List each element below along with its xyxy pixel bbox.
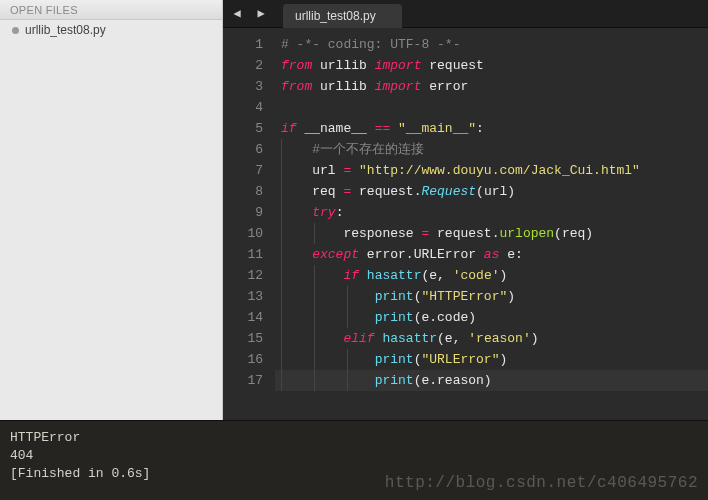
- line-number: 1: [223, 34, 275, 55]
- code-line[interactable]: [275, 97, 708, 118]
- code-line[interactable]: from urllib import request: [275, 55, 708, 76]
- line-number: 15: [223, 328, 275, 349]
- code-body[interactable]: # -*- coding: UTF-8 -*-from urllib impor…: [275, 34, 708, 420]
- console-line: HTTPError: [10, 429, 698, 447]
- code-line[interactable]: print(e.code): [275, 307, 708, 328]
- line-number: 4: [223, 97, 275, 118]
- line-number: 8: [223, 181, 275, 202]
- console-line: 404: [10, 447, 698, 465]
- line-number: 6: [223, 139, 275, 160]
- gutter: 1234567891011121314151617: [223, 34, 275, 420]
- line-number: 3: [223, 76, 275, 97]
- open-files-header: OPEN FILES: [0, 0, 222, 20]
- dirty-indicator-icon: [12, 27, 19, 34]
- tab-label: urllib_test08.py: [295, 9, 376, 23]
- output-panel: HTTPError 404 [Finished in 0.6s] http://…: [0, 420, 708, 500]
- line-number: 13: [223, 286, 275, 307]
- line-number: 17: [223, 370, 275, 391]
- sidebar-item-file[interactable]: urllib_test08.py: [0, 20, 222, 40]
- code-line[interactable]: except error.URLError as e:: [275, 244, 708, 265]
- code-line[interactable]: print("HTTPError"): [275, 286, 708, 307]
- code-line[interactable]: elif hasattr(e, 'reason'): [275, 328, 708, 349]
- tab-bar: ◀ ▶ urllib_test08.py: [223, 0, 708, 28]
- code-line[interactable]: if hasattr(e, 'code'): [275, 265, 708, 286]
- line-number: 16: [223, 349, 275, 370]
- code-line[interactable]: from urllib import error: [275, 76, 708, 97]
- editor-region: ◀ ▶ urllib_test08.py 1234567891011121314…: [223, 0, 708, 420]
- code-line[interactable]: url = "http://www.douyu.com/Jack_Cui.htm…: [275, 160, 708, 181]
- tab-file[interactable]: urllib_test08.py: [283, 4, 402, 28]
- line-number: 10: [223, 223, 275, 244]
- line-number: 2: [223, 55, 275, 76]
- sidebar-item-label: urllib_test08.py: [25, 23, 106, 37]
- sidebar: OPEN FILES urllib_test08.py: [0, 0, 223, 420]
- code-editor[interactable]: 1234567891011121314151617 # -*- coding: …: [223, 28, 708, 420]
- code-line[interactable]: responese = request.urlopen(req): [275, 223, 708, 244]
- code-line[interactable]: req = request.Request(url): [275, 181, 708, 202]
- line-number: 11: [223, 244, 275, 265]
- line-number: 7: [223, 160, 275, 181]
- code-line[interactable]: print(e.reason): [275, 370, 708, 391]
- line-number: 5: [223, 118, 275, 139]
- line-number: 9: [223, 202, 275, 223]
- code-line[interactable]: # -*- coding: UTF-8 -*-: [275, 34, 708, 55]
- line-number: 12: [223, 265, 275, 286]
- watermark-text: http://blog.csdn.net/c406495762: [385, 474, 698, 492]
- code-line[interactable]: if __name__ == "__main__":: [275, 118, 708, 139]
- code-line[interactable]: print("URLError"): [275, 349, 708, 370]
- code-line[interactable]: #一个不存在的连接: [275, 139, 708, 160]
- line-number: 14: [223, 307, 275, 328]
- nav-prev-button[interactable]: ◀: [227, 4, 247, 24]
- nav-next-button[interactable]: ▶: [251, 4, 271, 24]
- code-line[interactable]: try:: [275, 202, 708, 223]
